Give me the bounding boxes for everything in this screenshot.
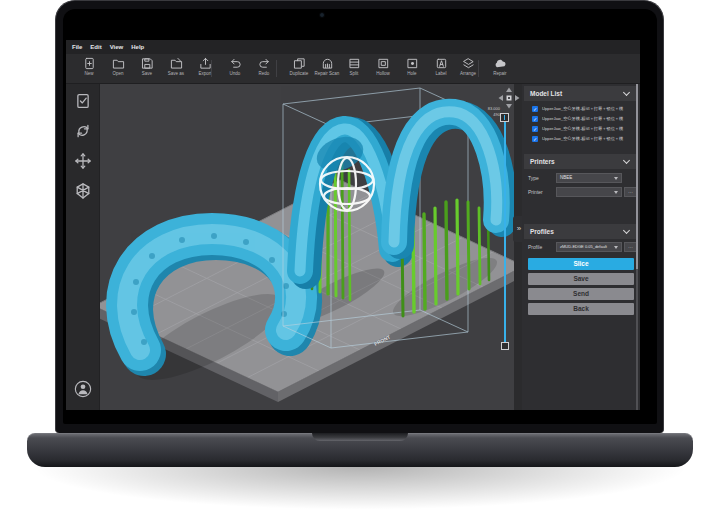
chevron-down-icon bbox=[623, 227, 630, 234]
menu-edit[interactable]: Edit bbox=[90, 44, 101, 50]
panel-scrollbar-thumb[interactable] bbox=[636, 84, 638, 269]
profile-select[interactable]: zMUD-EDGE 0.05_default bbox=[556, 242, 622, 252]
save-button[interactable]: Save bbox=[132, 57, 162, 82]
toolbar-separator bbox=[478, 60, 479, 77]
model-list-item[interactable]: ✓ UpperJaw_空心牙模-标记＋打磨＋锁位＋模 bbox=[524, 104, 636, 114]
toolbar-separator bbox=[276, 60, 277, 77]
save-as-button[interactable]: Save as bbox=[161, 57, 191, 82]
repair-icon bbox=[494, 57, 507, 70]
save-icon bbox=[141, 57, 154, 70]
label-button[interactable]: Label bbox=[426, 57, 456, 82]
export-icon bbox=[199, 57, 212, 70]
model-list-item[interactable]: ✓ UpperJaw_空心牙模-标记＋打磨＋锁位＋模 bbox=[524, 114, 636, 124]
laptop-screen: File Edit View Help New Open Save bbox=[63, 9, 657, 424]
chevron-down-icon bbox=[623, 89, 630, 96]
menu-view[interactable]: View bbox=[110, 44, 124, 50]
height-slider-top-handle[interactable] bbox=[500, 113, 509, 122]
hole-button[interactable]: Hole bbox=[397, 57, 427, 82]
height-slider-track[interactable] bbox=[504, 122, 506, 342]
user-avatar-icon bbox=[74, 380, 92, 398]
profiles-header[interactable]: Profiles bbox=[524, 224, 636, 239]
menu-help[interactable]: Help bbox=[131, 44, 144, 50]
panel-scrollbar[interactable] bbox=[636, 84, 638, 410]
model-list-header[interactable]: Model List bbox=[524, 86, 636, 101]
slider-values: 83.000 490 bbox=[474, 106, 500, 118]
menu-file[interactable]: File bbox=[72, 44, 82, 50]
repair-button[interactable]: Repair bbox=[485, 57, 515, 82]
printer-label: Printer bbox=[528, 189, 543, 195]
repair-scan-button[interactable]: Repair Scan bbox=[312, 57, 342, 82]
export-button[interactable]: Export bbox=[190, 57, 220, 82]
select-model-icon bbox=[74, 92, 92, 110]
open-button[interactable]: Open bbox=[103, 57, 133, 82]
hole-icon bbox=[406, 57, 419, 70]
duplicate-button[interactable]: Duplicate bbox=[284, 57, 314, 82]
printers-header[interactable]: Printers bbox=[524, 154, 636, 169]
dropdown-caret-icon bbox=[614, 246, 618, 249]
webcam-icon bbox=[319, 12, 325, 18]
user-avatar[interactable] bbox=[74, 380, 92, 398]
model-item-label: UpperJaw_空心牙模-标记＋打磨＋锁位＋模 bbox=[542, 136, 632, 141]
laptop-lid-notch bbox=[312, 433, 408, 441]
panel-collapse-icon: » bbox=[517, 224, 521, 233]
redo-button[interactable]: Redo bbox=[249, 57, 279, 82]
laptop-mockup: File Edit View Help New Open Save bbox=[0, 0, 720, 519]
menu-bar: File Edit View Help bbox=[66, 40, 640, 54]
toolbar-separator bbox=[211, 60, 212, 77]
main-toolbar: New Open Save Save as Export Undo bbox=[66, 54, 640, 84]
right-panel: Model List ✓ UpperJaw_空心牙模-标记＋打磨＋锁位＋模 ✓ … bbox=[522, 84, 640, 410]
slice-button[interactable]: Slice bbox=[528, 258, 634, 270]
save-as-icon bbox=[170, 57, 183, 70]
save-action-button[interactable]: Save bbox=[528, 273, 634, 285]
mesh-transform-tool[interactable] bbox=[74, 182, 92, 200]
profile-label: Profile bbox=[528, 244, 542, 250]
model-checkbox[interactable]: ✓ bbox=[532, 116, 538, 122]
model-checkbox[interactable]: ✓ bbox=[532, 106, 538, 112]
move-icon bbox=[74, 152, 92, 170]
model-checkbox[interactable]: ✓ bbox=[532, 136, 538, 142]
move-tool[interactable] bbox=[74, 152, 92, 170]
duplicate-icon bbox=[293, 57, 306, 70]
new-file-icon bbox=[83, 57, 96, 70]
undo-icon bbox=[229, 57, 242, 70]
send-button[interactable]: Send bbox=[528, 288, 634, 300]
hollow-icon bbox=[377, 57, 390, 70]
viewport-3d-scene[interactable]: FRONT bbox=[100, 84, 514, 410]
model-list-item[interactable]: ✓ UpperJaw_空心牙模-标记＋打磨＋锁位＋模 bbox=[524, 134, 636, 144]
printer-type-label: Type bbox=[528, 175, 539, 181]
left-tool-strip bbox=[66, 84, 100, 410]
rotate-tool[interactable] bbox=[74, 122, 92, 140]
model-item-label: UpperJaw_空心牙模-标记＋打磨＋锁位＋模 bbox=[542, 116, 632, 121]
hollow-button[interactable]: Hollow bbox=[368, 57, 398, 82]
slider-value-bottom: 490 bbox=[474, 112, 500, 118]
repair-scan-icon bbox=[321, 57, 334, 70]
redo-icon bbox=[258, 57, 271, 70]
split-button[interactable]: Split bbox=[339, 57, 369, 82]
undo-button[interactable]: Undo bbox=[220, 57, 250, 82]
new-button[interactable]: New bbox=[74, 57, 104, 82]
model-item-label: UpperJaw_空心牙模-标记＋打磨＋锁位＋模 bbox=[542, 126, 632, 131]
printer-select[interactable] bbox=[556, 187, 622, 197]
model-item-label: UpperJaw_空心牙模-标记＋打磨＋锁位＋模 bbox=[542, 106, 632, 111]
view-dpad-control[interactable] bbox=[497, 86, 521, 110]
chevron-down-icon bbox=[623, 157, 630, 164]
mesh-transform-icon bbox=[74, 182, 92, 200]
model-list-item[interactable]: ✓ UpperJaw_空心牙模-标记＋打磨＋锁位＋模 bbox=[524, 124, 636, 134]
printer-type-select[interactable]: NBEE bbox=[556, 173, 622, 183]
label-icon bbox=[435, 57, 448, 70]
model-checkbox[interactable]: ✓ bbox=[532, 126, 538, 132]
open-folder-icon bbox=[112, 57, 125, 70]
split-icon bbox=[348, 57, 361, 70]
dropdown-caret-icon bbox=[614, 177, 618, 180]
arrange-icon bbox=[462, 57, 475, 70]
height-slider-bottom-handle[interactable] bbox=[501, 342, 509, 350]
dropdown-caret-icon bbox=[614, 191, 618, 194]
slicer-app-window: File Edit View Help New Open Save bbox=[66, 40, 640, 410]
rotate-icon bbox=[74, 122, 92, 140]
select-model-tool[interactable] bbox=[74, 92, 92, 110]
back-button[interactable]: Back bbox=[528, 303, 634, 315]
